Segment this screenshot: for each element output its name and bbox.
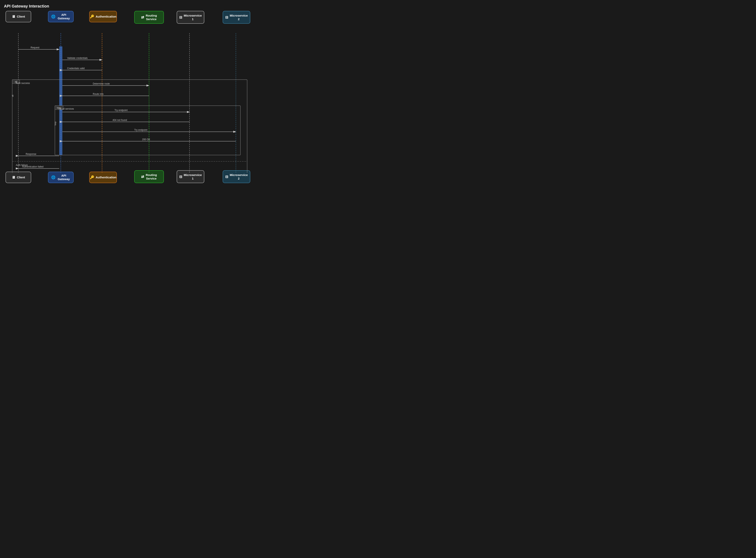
- actor-client-bottom: 🖥 Client: [5, 172, 31, 183]
- auth-icon-top: 🔑: [90, 15, 94, 19]
- msg-determine-route-label: Determine route: [93, 82, 110, 85]
- loop-label-box: [55, 106, 63, 110]
- ms1-label-top: Microservice1: [184, 14, 202, 21]
- routing-label-top: RoutingService: [146, 14, 157, 21]
- sequence-diagram-svg: alt alt Auth success loop loop Try all s…: [0, 11, 253, 173]
- auth-icon-bottom: 🔑: [90, 175, 94, 180]
- loop-vertical-label: loop: [54, 122, 56, 125]
- actor-routing-top: ⇄ RoutingService: [134, 11, 164, 24]
- ms1-label-bottom: Microservice1: [184, 173, 202, 180]
- page-title: API Gateway Interaction: [4, 4, 249, 8]
- client-label-top: Client: [17, 15, 25, 18]
- msg-validate-label: Validate credentials: [67, 57, 88, 59]
- msg-try-endpoint1-label: Try endpoint: [114, 109, 128, 111]
- gateway-label-bottom: API Gateway: [57, 174, 71, 181]
- diagram-container: API Gateway Interaction 🖥 Client 🌐 API G…: [0, 0, 253, 186]
- auth-success-label: Auth success: [16, 82, 30, 84]
- try-all-services-label: Try all services: [58, 107, 74, 110]
- gateway-activation-box: [59, 46, 62, 155]
- msg-response-label: Response: [26, 153, 36, 155]
- msg-200ok-label: 200 OK: [142, 138, 150, 141]
- ms2-icon-top: ⊟: [225, 15, 228, 20]
- loop-frame-rect: [55, 106, 240, 155]
- auth-label-bottom: Authentication: [96, 176, 116, 179]
- routing-icon-bottom: ⇄: [141, 175, 144, 179]
- alt-vertical-label: alt: [12, 95, 14, 97]
- actor-ms1-top: ⊟ Microservice1: [177, 11, 204, 24]
- msg-auth-failed-label: Authentication failed: [22, 165, 44, 168]
- actor-ms1-bottom: ⊟ Microservice1: [177, 170, 204, 183]
- client-icon-bottom: 🖥: [12, 175, 15, 180]
- actor-ms2-bottom: ⊟ Microservice2: [223, 170, 250, 183]
- gateway-icon-bottom: 🌐: [51, 175, 55, 180]
- auth-failure-label: Auth failure: [16, 164, 28, 167]
- routing-label-bottom: RoutingService: [146, 173, 157, 180]
- actor-gateway-top: 🌐 API Gateway: [48, 11, 74, 22]
- msg-route-info-label: Route info: [93, 93, 104, 95]
- actor-routing-bottom: ⇄ RoutingService: [134, 170, 164, 183]
- ms2-label-top: Microservice2: [230, 14, 248, 21]
- actor-client-top: 🖥 Client: [5, 11, 31, 22]
- actor-gateway-bottom: 🌐 API Gateway: [48, 172, 74, 183]
- routing-icon-top: ⇄: [141, 15, 144, 20]
- ms2-label-bottom: Microservice2: [230, 173, 248, 180]
- gateway-icon-top: 🌐: [51, 15, 55, 19]
- actor-auth-bottom: 🔑 Authentication: [89, 172, 117, 183]
- alt-label-text: alt: [15, 80, 17, 83]
- actor-auth-top: 🔑 Authentication: [89, 11, 117, 22]
- msg-try-endpoint2-label: Try endpoint: [134, 129, 147, 131]
- client-icon: 🖥: [12, 15, 15, 19]
- msg-request-label: Request: [31, 46, 39, 49]
- ms1-icon-bottom: ⊟: [179, 175, 182, 179]
- msg-404-label: 404 not found: [112, 119, 127, 122]
- msg-creds-valid-label: Credentials valid: [67, 67, 85, 70]
- client-label-bottom: Client: [17, 176, 25, 179]
- ms2-icon-bottom: ⊟: [225, 175, 228, 179]
- auth-label-top: Authentication: [96, 15, 116, 18]
- ms1-icon-top: ⊟: [179, 15, 182, 20]
- alt-label-box: [12, 80, 20, 83]
- gateway-label-top: API Gateway: [57, 13, 71, 20]
- loop-label-text: loop: [57, 106, 61, 109]
- alt-frame-rect: [12, 80, 247, 173]
- actor-ms2-top: ⊟ Microservice2: [223, 11, 250, 24]
